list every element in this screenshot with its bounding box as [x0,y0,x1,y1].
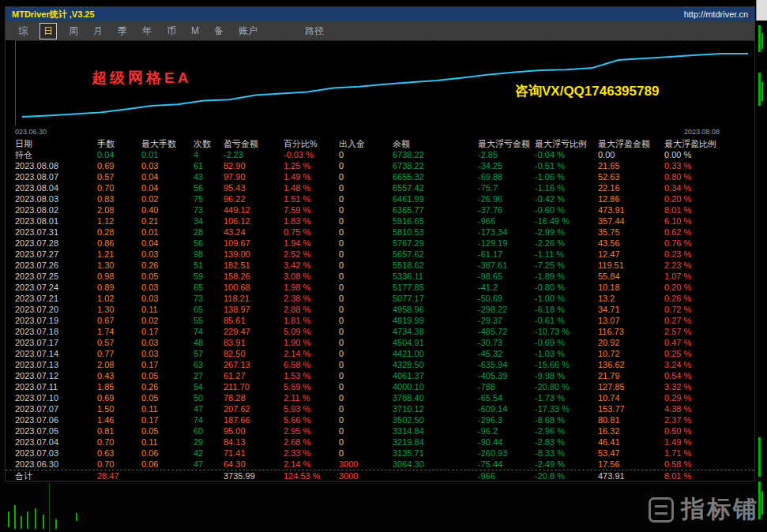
table-row-cell-7: 6557.42 [393,182,478,193]
table-row-cell-11: 0.76 % [664,238,754,249]
tab-2[interactable]: 周 [66,24,81,39]
watermark: 指标铺 [649,493,759,526]
table-row-cell-7: 4328.50 [393,359,478,370]
table-row-cell-10: 13.2 [598,293,664,304]
table-row-cell-3: 61 [194,160,224,171]
table-row-cell-4: 118.21 [224,293,284,304]
table-row: 2023.07.280.860.0456109.671.94 %05767.29… [6,238,754,249]
table-row-cell-11: 0.27 % [664,315,754,326]
website-link[interactable]: http://mtdriver.cn [684,9,748,19]
table-row: 2023.08.030.830.027596.221.51 %06461.99-… [6,193,754,204]
table-row-cell-1: 1.30 [97,304,141,315]
tab-0[interactable]: 综 [15,24,31,39]
table-row-cell-10: 119.51 [598,260,664,271]
table-row-cell-7: 5810.53 [393,227,478,238]
table-row-cell-2: 0.17 [141,359,194,370]
equity-chart: 超级网格EA 咨询VX/QQ1746395789 [15,40,754,126]
table-row-cell-1: 0.70 [97,182,141,193]
table-row-cell-7: 6461.99 [393,193,478,204]
table-row-cell-11: 2.57 % [664,326,754,337]
tab-9[interactable]: 账户 [235,24,261,39]
table-row: 2023.07.250.980.0559158.263.08 %05336.11… [6,271,754,282]
table-row-cell-5: 2.33 % [284,448,339,459]
tab-4[interactable]: 季 [115,24,130,39]
table-row-cell-4: 211.70 [224,381,284,392]
table-row-cell-2: 0.06 [141,459,194,470]
table-row-cell-8: -26.96 [478,193,535,204]
table-row-cell-1: 0.69 [97,392,141,403]
table-row-cell-8: -966 [478,215,535,227]
table-row-cell-6: 0 [339,238,393,249]
table-row-cell-0: 2023.08.03 [15,193,97,204]
tab-8[interactable]: 备 [211,24,227,39]
table-row-cell-8: -90.44 [478,436,535,448]
table-row-cell-7: 4504.91 [393,337,478,348]
table-row-cell-11: 0.47 % [664,337,754,348]
table-row-cell-10: 52.63 [598,171,664,182]
table-row-cell-1: 0.83 [97,193,141,204]
table-row-cell-5: 2.11 % [284,392,339,403]
table-row-cell-7: 4734.38 [393,326,478,337]
table-row-cell-0: 2023.07.03 [15,448,97,459]
table-row-cell-11: 0.33 % [664,160,754,171]
table-header-row: 日期手数最大手数次数盈亏金额百分比%出入金余额最大浮亏金额最大浮亏比例最大浮盈金… [6,138,754,149]
table-row-cell-4: 100.68 [224,282,284,293]
table-row-cell-10: 34.71 [598,304,664,315]
tab-6[interactable]: 币 [164,24,179,39]
tab-7[interactable]: M [188,24,202,37]
table-row-cell-11: 1.07 % [664,271,754,282]
table-row-cell-3: 74 [194,414,224,425]
table-row-cell-2: 0.05 [141,370,194,381]
table-row-cell-0: 2023.08.01 [15,215,97,227]
total-row-cell-10: 473.91 [598,470,664,481]
table-row-cell-4: 64.30 [224,459,284,470]
table-row-cell-7: 4819.99 [393,315,478,326]
candle [27,511,28,529]
table-row-cell-4: 158.26 [224,271,284,282]
table-row-cell-9: -17.33 % [535,403,598,414]
table-header-row-cell-1: 手数 [97,138,141,149]
table-row-cell-5: 1.98 % [284,282,339,293]
table-row-cell-1: 1.21 [97,249,141,260]
table-row-cell-5: 1.90 % [284,337,339,348]
table-row-cell-5: 5.93 % [284,403,339,414]
table-row-cell-5: 5.59 % [284,381,339,392]
table-row-cell-4: 83.91 [224,337,284,348]
holding-row-cell-6: 0 [339,149,393,160]
table-row-cell-5: 0.75 % [284,227,339,238]
table-row-cell-8: -635.94 [478,359,535,370]
mt4-chart-background: 指标铺 MTDriver统计 ,V3.25 http://mtdriver.cn… [0,0,767,532]
table-row-cell-2: 0.03 [141,282,194,293]
candle [21,516,22,529]
table-row-cell-7: 3502.50 [393,414,478,425]
tab-5[interactable]: 年 [139,24,155,39]
table-row-cell-3: 27 [194,370,224,381]
table-row-cell-9: -1.00 % [535,293,598,304]
table-row-cell-2: 0.05 [141,392,194,403]
table-row-cell-11: 1.49 % [664,436,754,448]
tab-3[interactable]: 月 [90,24,106,39]
table-row-cell-3: 56 [194,238,224,249]
table-row-cell-10: 22.16 [598,182,664,193]
table-row-cell-1: 1.02 [97,293,141,304]
table-row-cell-10: 80.81 [598,414,664,425]
table-row-cell-2: 0.11 [141,304,194,315]
table-row-cell-9: -0.42 % [535,193,598,204]
path-label[interactable]: 路径 [305,24,324,38]
table-row-cell-10: 13.07 [598,315,664,326]
table-row-cell-10: 46.41 [598,436,664,448]
table-row-cell-6: 0 [339,204,393,215]
table-row-cell-2: 0.05 [141,271,194,282]
table-row-cell-9: -2.83 % [535,436,598,448]
table-row-cell-5: 2.52 % [284,249,339,260]
table-row-cell-1: 0.63 [97,448,141,459]
table-row-cell-4: 82.90 [224,160,284,171]
table-row-cell-8: -296.3 [478,414,535,425]
tab-1[interactable]: 日 [39,23,57,39]
table-row-cell-0: 2023.07.20 [15,304,97,315]
table-row-cell-8: -387.61 [478,260,535,271]
mtdriver-panel: MTDriver统计 ,V3.25 http://mtdriver.cn 综日周… [5,6,755,481]
table-row-cell-6: 0 [339,326,393,337]
table-header-row-cell-6: 出入金 [339,138,393,149]
candle [76,513,77,521]
